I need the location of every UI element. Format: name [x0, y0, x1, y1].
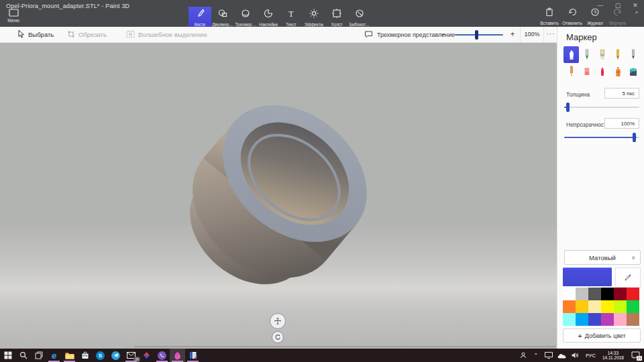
model-opel-priora-mount-adapter[interactable]: [0, 43, 557, 349]
crop-button[interactable]: Обрезать: [67, 27, 107, 42]
telegram-button[interactable]: [108, 349, 123, 362]
redo-button[interactable]: Вернуть: [606, 7, 629, 26]
fill-bucket-icon: [628, 66, 639, 78]
mail-button[interactable]: 76: [123, 349, 139, 362]
marker-tool[interactable]: [564, 46, 579, 63]
store-button[interactable]: [77, 349, 93, 362]
svg-text:T: T: [288, 9, 294, 19]
edge-button[interactable]: e: [46, 349, 62, 362]
view-3d-icon: [364, 30, 373, 40]
history-button[interactable]: Журнал: [584, 7, 606, 26]
thickness-slider-handle[interactable]: [566, 103, 570, 112]
history-icon: [590, 7, 600, 19]
pen-tool[interactable]: [610, 46, 625, 63]
palette-swatch[interactable]: [563, 288, 576, 300]
horizontal-scrollbar[interactable]: [134, 346, 555, 347]
magic-select-button[interactable]: Волшебное выделение: [126, 27, 207, 42]
display-tray-icon[interactable]: [543, 349, 555, 362]
oil-brush-tool[interactable]: [594, 46, 610, 63]
palette-swatch[interactable]: [627, 300, 639, 313]
tab-2d-shapes[interactable]: Двухмер…: [211, 7, 234, 27]
palette-swatch[interactable]: [614, 313, 627, 326]
palette-swatch[interactable]: [614, 300, 627, 313]
palette-swatch[interactable]: [601, 300, 614, 313]
rotate-view-icon: [274, 334, 281, 341]
start-button[interactable]: [0, 349, 15, 362]
action-center-button[interactable]: 21: [628, 349, 643, 362]
tab-effects[interactable]: Эффекты: [303, 7, 325, 27]
explorer-button[interactable]: [62, 349, 77, 362]
current-color-swatch[interactable]: [563, 267, 612, 286]
zoom-slider-handle[interactable]: [475, 30, 478, 40]
palette-swatch[interactable]: [601, 288, 614, 300]
zoom-out-button[interactable]: −: [437, 27, 449, 42]
task-view-button[interactable]: [31, 349, 46, 362]
brush-tool-grid: [564, 46, 641, 80]
tab-library[interactable]: Библиот…: [348, 7, 371, 27]
mode-tabs: Кисти Двухмер… Трехмер… Наклейки T Текст…: [189, 7, 371, 27]
fill-bucket-tool[interactable]: [625, 63, 641, 80]
calligraphy-pen-tool[interactable]: [579, 46, 594, 63]
palette-swatch[interactable]: [576, 300, 588, 313]
search-button[interactable]: [15, 349, 31, 362]
language-indicator[interactable]: РУС: [583, 349, 598, 362]
palette-swatch[interactable]: [601, 313, 614, 326]
zoom-slider-track[interactable]: [455, 34, 503, 36]
spray-can-icon: [614, 66, 622, 78]
docs-app-button[interactable]: [185, 349, 201, 362]
game-app-button[interactable]: [139, 349, 154, 362]
palette-swatch[interactable]: [614, 288, 627, 300]
palette-swatch[interactable]: [627, 313, 639, 326]
people-tray-icon[interactable]: [517, 349, 529, 362]
more-options-button[interactable]: ···: [545, 27, 557, 42]
undo-button[interactable]: Отменить: [561, 7, 584, 26]
tab-brushes[interactable]: Кисти: [189, 7, 211, 27]
palette-swatch[interactable]: [588, 288, 601, 300]
palette-swatch[interactable]: [576, 288, 588, 300]
viber-button[interactable]: [154, 349, 170, 362]
brush-icon: [195, 8, 205, 21]
paste-button[interactable]: Вставить: [538, 7, 561, 26]
workspace-3d-canvas[interactable]: [0, 43, 557, 349]
tab-text[interactable]: T Текст: [280, 7, 303, 27]
pixel-pen-tool[interactable]: [625, 46, 641, 63]
opacity-value-input[interactable]: 100%: [604, 118, 639, 129]
zoom-in-button[interactable]: +: [506, 27, 519, 42]
menu-button[interactable]: Меню: [1, 9, 25, 26]
onedrive-cloud-icon[interactable]: [556, 349, 568, 362]
tab-3d-shapes[interactable]: Трехмер…: [234, 7, 257, 27]
orbit-3d-control[interactable]: [270, 313, 286, 329]
skype-button[interactable]: S: [93, 349, 108, 362]
palette-swatch[interactable]: [588, 313, 601, 326]
taskbar-apps: e S 76: [0, 349, 201, 362]
eraser-tool[interactable]: [579, 63, 594, 80]
search-icon: [19, 351, 28, 359]
clock[interactable]: 14:3314.11.2018: [600, 349, 627, 362]
zoom-level-value[interactable]: 100%: [520, 27, 544, 42]
rotate-view-control[interactable]: [272, 331, 284, 343]
palette-swatch[interactable]: [563, 300, 576, 313]
pixel-pen-icon: [629, 49, 637, 61]
palette-swatch[interactable]: [588, 300, 601, 313]
chevron-up-icon[interactable]: ⌃: [631, 11, 643, 21]
tray-expand-chevron[interactable]: ⌃: [531, 349, 541, 362]
palette-swatch[interactable]: [563, 313, 576, 326]
volume-tray-icon[interactable]: [570, 349, 582, 362]
eyedropper-button[interactable]: [615, 267, 641, 288]
add-color-button[interactable]: + Добавить цвет: [563, 328, 641, 343]
spray-can-tool[interactable]: [610, 63, 625, 80]
tab-stickers[interactable]: Наклейки: [257, 7, 280, 27]
start-icon: [4, 351, 12, 359]
palette-swatch[interactable]: [627, 288, 639, 300]
select-button[interactable]: Выбрать: [17, 27, 54, 42]
finish-dropdown[interactable]: Матовый ∨: [564, 250, 641, 265]
thickness-value-input[interactable]: 5 пкс: [604, 88, 639, 99]
palette-swatch[interactable]: [576, 313, 588, 326]
pencil-tool[interactable]: [564, 63, 579, 80]
paint3d-button[interactable]: [170, 349, 185, 362]
opacity-slider-handle[interactable]: [633, 133, 636, 142]
tab-canvas[interactable]: Холст: [325, 7, 348, 27]
plus-icon: +: [578, 332, 582, 340]
crayon-tool[interactable]: [594, 63, 610, 80]
thickness-slider-track[interactable]: [564, 107, 639, 108]
